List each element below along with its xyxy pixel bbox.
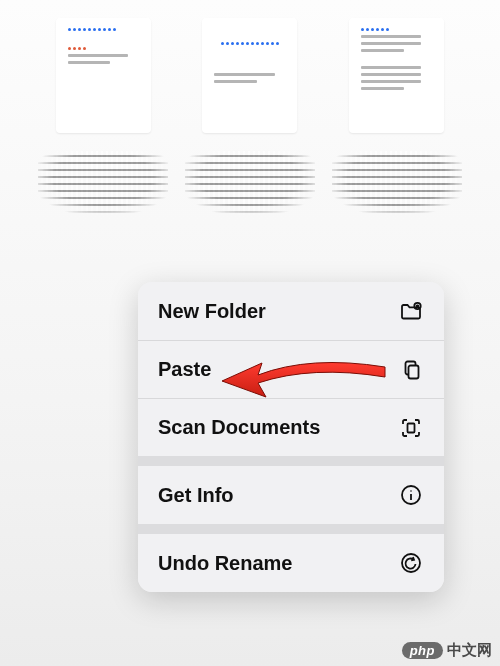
svg-point-5 (410, 490, 412, 492)
menu-item-label: Scan Documents (158, 416, 320, 439)
menu-item-get-info[interactable]: Get Info (138, 466, 444, 524)
menu-item-label: Undo Rename (158, 552, 292, 575)
document-thumbnail[interactable] (332, 18, 462, 241)
menu-item-label: Get Info (158, 484, 234, 507)
svg-rect-2 (409, 365, 419, 378)
folder-plus-icon (398, 298, 424, 324)
document-thumbnail[interactable] (185, 18, 315, 241)
watermark-text: 中文网 (447, 641, 492, 660)
menu-item-new-folder[interactable]: New Folder (138, 282, 444, 340)
menu-separator (138, 456, 444, 466)
paste-icon (398, 357, 424, 383)
undo-icon (398, 550, 424, 576)
menu-separator (138, 524, 444, 534)
menu-item-label: New Folder (158, 300, 266, 323)
menu-item-paste[interactable]: Paste (138, 340, 444, 398)
menu-item-label: Paste (158, 358, 211, 381)
document-thumbnail[interactable] (38, 18, 168, 241)
context-menu: New Folder Paste Scan Documents Get Info… (138, 282, 444, 592)
menu-item-scan-documents[interactable]: Scan Documents (138, 398, 444, 456)
menu-item-undo-rename[interactable]: Undo Rename (138, 534, 444, 592)
watermark-brand: php (402, 642, 443, 659)
svg-rect-3 (408, 423, 415, 432)
info-icon (398, 482, 424, 508)
document-thumbnails (0, 0, 500, 241)
scan-icon (398, 415, 424, 441)
watermark: php 中文网 (402, 641, 492, 660)
